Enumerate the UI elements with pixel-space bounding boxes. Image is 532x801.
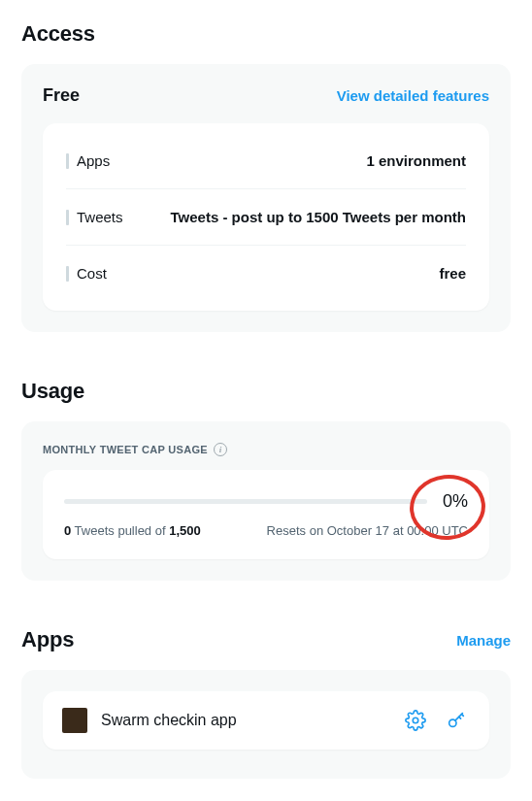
manage-apps-link[interactable]: Manage <box>456 632 511 649</box>
access-title: Access <box>21 21 95 47</box>
app-row: Swarm checkin app <box>43 691 489 750</box>
row-label: Tweets <box>77 209 123 225</box>
access-panel: Free View detailed features Apps 1 envir… <box>21 64 511 332</box>
usage-pulled-text: 0 Tweets pulled of 1,500 <box>64 523 201 538</box>
usage-progress-bar <box>64 499 427 504</box>
usage-panel: MONTHLY TWEET CAP USAGE i 0% 0 Tweets pu… <box>21 421 511 581</box>
usage-cap-label: MONTHLY TWEET CAP USAGE <box>43 444 208 455</box>
info-icon[interactable]: i <box>214 443 227 456</box>
access-card: Apps 1 environment Tweets Tweets - post … <box>43 123 489 311</box>
row-value: 1 environment <box>366 152 466 169</box>
row-value: Tweets - post up to 1500 Tweets per mont… <box>171 209 467 225</box>
access-row-cost: Cost free <box>66 246 466 301</box>
access-row-tweets: Tweets Tweets - post up to 1500 Tweets p… <box>66 189 466 246</box>
bar-icon <box>66 266 69 282</box>
usage-percent: 0% <box>443 491 468 512</box>
row-label: Apps <box>77 152 110 169</box>
view-detailed-features-link[interactable]: View detailed features <box>337 87 489 104</box>
usage-title: Usage <box>21 379 84 404</box>
svg-point-0 <box>413 718 418 723</box>
key-icon[interactable] <box>443 707 470 734</box>
usage-pulled-limit: 1,500 <box>169 523 201 538</box>
bar-icon <box>66 153 69 169</box>
bar-icon <box>66 210 69 225</box>
apps-title: Apps <box>21 627 74 652</box>
app-avatar <box>62 708 87 733</box>
svg-line-3 <box>462 715 464 717</box>
plan-name: Free <box>43 85 80 106</box>
usage-reset-text: Resets on October 17 at 00:00 UTC <box>267 523 468 538</box>
usage-card: 0% 0 Tweets pulled of 1,500 Resets on Oc… <box>43 470 489 559</box>
apps-panel: Swarm checkin app <box>21 670 511 779</box>
row-label: Cost <box>77 265 107 282</box>
row-value: free <box>439 265 466 282</box>
access-row-apps: Apps 1 environment <box>66 133 466 189</box>
gear-icon[interactable] <box>402 707 429 734</box>
app-name: Swarm checkin app <box>101 712 388 729</box>
svg-line-4 <box>459 717 461 718</box>
